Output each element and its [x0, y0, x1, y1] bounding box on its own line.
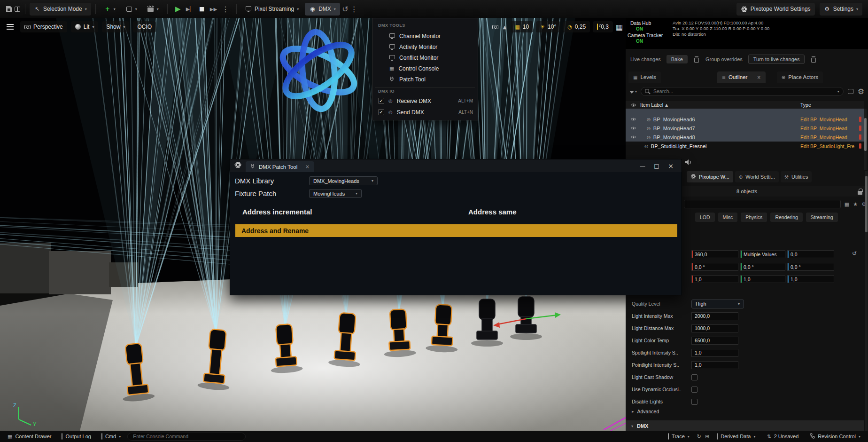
- maximize-icon[interactable]: □: [650, 161, 664, 171]
- insights-grid-icon[interactable]: ⊞: [705, 434, 709, 440]
- receive-dmx-checkbox[interactable]: ✓: [378, 98, 384, 104]
- light-intensity-max-field[interactable]: 2000,0: [691, 312, 738, 320]
- output-log-button[interactable]: Output Log: [58, 432, 94, 441]
- gear-icon[interactable]: ⚙: [858, 87, 864, 96]
- import-icon[interactable]: [14, 7, 21, 12]
- category-misc[interactable]: Misc: [718, 213, 738, 222]
- revision-control-button[interactable]: Revision Control ▾: [806, 432, 864, 441]
- menu-item-patch-tool[interactable]: Patch Tool: [372, 74, 478, 85]
- kebab-menu-icon[interactable]: ⋮: [350, 5, 358, 14]
- tab-place-actors[interactable]: ⊕ Place Actors: [777, 71, 823, 83]
- rotation-x-field[interactable]: 0,0 °: [691, 263, 738, 271]
- location-x-field[interactable]: 360,0: [691, 250, 738, 258]
- chevron-down-icon[interactable]: ▾: [837, 89, 839, 94]
- dmx-library-dropdown[interactable]: DMX_MovingHeads▾: [309, 176, 378, 185]
- address-incremental-button[interactable]: Address incremental: [242, 208, 312, 216]
- location-z-field[interactable]: 0,0: [787, 250, 834, 258]
- menu-item-receive-dmx[interactable]: ✓ ◎ Receive DMX ALT+M: [372, 95, 478, 106]
- visibility-eye-icon[interactable]: [631, 117, 636, 121]
- grid-view-icon[interactable]: ▦: [845, 201, 849, 207]
- bake-button[interactable]: Bake: [666, 55, 688, 63]
- dmx-button[interactable]: ◉ DMX ▾: [305, 3, 340, 16]
- category-physics[interactable]: Physics: [741, 213, 767, 222]
- group-overrides-button[interactable]: Group overrides: [705, 56, 743, 62]
- table-row[interactable]: ◎ BP_MovingHead6 Edit BP_MovingHead: [626, 115, 864, 124]
- visibility-eye-icon[interactable]: [631, 126, 636, 130]
- close-icon[interactable]: ×: [757, 75, 760, 80]
- exposure-control[interactable]: ◔ 0,25: [563, 21, 590, 32]
- grid-snap-icon[interactable]: ▦: [616, 23, 623, 32]
- show-button[interactable]: Show ▾: [102, 21, 129, 32]
- edit-blueprint-link[interactable]: Edit BP_StudioLight_Fre: [800, 143, 854, 149]
- content-drawer-button[interactable]: ▦ Content Drawer: [4, 432, 55, 441]
- camera-settings-control[interactable]: 0,3: [593, 21, 613, 32]
- cinematics-button[interactable]: ▾: [143, 3, 163, 16]
- window-titlebar[interactable]: DMX Patch Tool × — □ ×: [230, 159, 682, 172]
- turn-to-live-changes-button[interactable]: Turn to live changes: [748, 55, 805, 64]
- visibility-eye-icon[interactable]: [631, 134, 636, 139]
- send-dmx-checkbox[interactable]: ✓: [378, 109, 384, 115]
- address-and-rename-button[interactable]: Address and Rename: [235, 224, 677, 237]
- ocio-button[interactable]: OCIO: [133, 21, 156, 32]
- reset-to-default-icon[interactable]: ↺: [852, 250, 857, 258]
- lock-icon[interactable]: [858, 191, 862, 195]
- outliner-search-input[interactable]: [653, 88, 835, 94]
- derived-data-button[interactable]: Derived Data ▾: [713, 432, 759, 441]
- scrollbar[interactable]: [865, 171, 868, 431]
- close-tab-icon[interactable]: ×: [305, 164, 309, 169]
- favorites-star-icon[interactable]: ★: [853, 201, 858, 207]
- frame-step-icon[interactable]: ▶▏: [186, 6, 194, 12]
- fixture-patch-dropdown[interactable]: MovingHeads▾: [309, 189, 362, 198]
- edit-blueprint-link[interactable]: Edit BP_MovingHead: [800, 117, 847, 122]
- save-icon[interactable]: [6, 6, 12, 12]
- rotation-z-field[interactable]: 0,0 °: [787, 263, 834, 271]
- table-row[interactable]: ◎ BP_MovingHead8 Edit BP_MovingHead: [626, 133, 864, 142]
- address-same-button[interactable]: Address same: [468, 208, 517, 216]
- category-streaming[interactable]: Streaming: [806, 213, 838, 222]
- pixel-streaming-button[interactable]: Pixel Streaming ▾: [241, 3, 303, 16]
- scale-x-field[interactable]: 1,0: [691, 275, 738, 283]
- tab-outliner[interactable]: ≡ Outliner ×: [717, 71, 766, 83]
- stop-icon[interactable]: ■: [199, 6, 205, 12]
- trash-icon[interactable]: [810, 56, 817, 63]
- light-distance-max-field[interactable]: 1000,0: [691, 324, 738, 332]
- edit-blueprint-link[interactable]: Edit BP_MovingHead: [800, 126, 847, 131]
- table-row-partial[interactable]: [626, 109, 864, 115]
- visibility-column-icon[interactable]: [631, 102, 636, 107]
- trace-button[interactable]: Trace ▾: [664, 432, 693, 441]
- column-type[interactable]: Type: [800, 102, 811, 108]
- selection-mode-button[interactable]: ↖ Selection Mode ▾: [30, 3, 91, 16]
- pointlight-intensity-field[interactable]: 1,0: [691, 361, 738, 369]
- landscape-icon[interactable]: ▲: [501, 24, 508, 30]
- quality-level-dropdown[interactable]: High▾: [691, 300, 744, 308]
- advanced-expander[interactable]: ▸ Advanced: [632, 409, 659, 414]
- speaker-icon[interactable]: [685, 159, 692, 167]
- scale-z-field[interactable]: 1,0: [787, 275, 834, 283]
- category-lod[interactable]: LOD: [695, 213, 715, 222]
- cmd-button[interactable]: Cmd ▾: [98, 432, 124, 441]
- menu-item-activity-monitor[interactable]: Activity Monitor: [372, 41, 478, 52]
- spotlight-intensity-field[interactable]: 1,0: [691, 349, 738, 357]
- play-icon[interactable]: ▶: [175, 5, 181, 13]
- column-item-label[interactable]: Item Label: [640, 102, 663, 108]
- scale-y-field[interactable]: 1,0: [740, 275, 785, 283]
- close-window-icon[interactable]: ×: [664, 161, 678, 171]
- perspective-button[interactable]: Perspective: [20, 21, 67, 32]
- disable-lights-checkbox[interactable]: [691, 399, 698, 405]
- filter-button[interactable]: ▾: [629, 89, 637, 94]
- scrollbar[interactable]: [864, 109, 867, 170]
- menu-item-send-dmx[interactable]: ✓ ◎ Send DMX ALT+N: [372, 107, 478, 118]
- menu-item-channel-monitor[interactable]: Channel Monitor: [372, 31, 478, 41]
- unsaved-button[interactable]: ⇅ 2 Unsaved: [763, 432, 802, 441]
- screenshot-camera-icon[interactable]: [492, 25, 498, 29]
- use-dynamic-occlusion-checkbox[interactable]: [691, 387, 698, 393]
- tab-world-settings[interactable]: ⊕ World Setti...: [735, 171, 779, 182]
- tab-pixotope-world[interactable]: Pixotope W...: [687, 171, 733, 182]
- location-y-field[interactable]: Multiple Values: [740, 250, 785, 258]
- editor-modes-button[interactable]: ▾: [122, 3, 141, 16]
- trash-icon[interactable]: [693, 56, 700, 63]
- skip-next-icon[interactable]: ▶▶: [210, 7, 217, 12]
- viewport-menu-icon[interactable]: [4, 24, 16, 30]
- dmx-section-header[interactable]: ▾ DMX: [626, 420, 864, 431]
- refresh-icon[interactable]: ↻: [697, 434, 701, 440]
